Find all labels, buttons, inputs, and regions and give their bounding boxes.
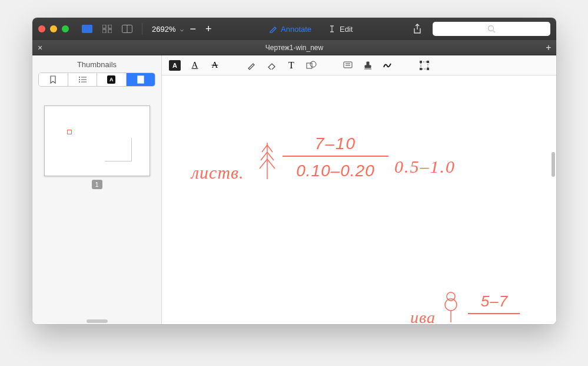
edit-mode-button[interactable]: Edit bbox=[322, 23, 358, 35]
vertical-scrollbar[interactable] bbox=[552, 152, 555, 177]
svg-line-9 bbox=[493, 31, 495, 32]
signature-tool[interactable] bbox=[382, 60, 394, 71]
zoom-in-button[interactable]: + bbox=[202, 24, 215, 34]
sidebar-title: Thumbnails bbox=[32, 55, 161, 72]
page-icon bbox=[137, 75, 144, 84]
tree-icon-2 bbox=[441, 291, 461, 324]
fraction-bar-2 bbox=[468, 313, 520, 314]
titlebar: 2692% ⌵ − + Annotate Edit bbox=[32, 18, 556, 40]
zoom-out-button[interactable]: − bbox=[186, 24, 200, 34]
list-icon bbox=[78, 76, 87, 83]
zoom-control: 2692% ⌵ − + bbox=[150, 24, 215, 34]
text-tool[interactable]: T bbox=[285, 60, 297, 71]
thumbnail-viewport-indicator bbox=[105, 138, 132, 161]
share-icon bbox=[413, 24, 422, 34]
tab-title[interactable]: Чертеж1-win_new bbox=[48, 44, 541, 52]
zoom-window-button[interactable] bbox=[62, 25, 69, 32]
signature-icon bbox=[383, 61, 393, 70]
sidebar-mode-outline[interactable] bbox=[68, 73, 97, 86]
stamp-icon bbox=[364, 61, 372, 70]
add-tab-button[interactable]: + bbox=[541, 42, 556, 53]
text-icon: T bbox=[288, 60, 294, 71]
svg-rect-5 bbox=[108, 29, 112, 33]
svg-point-12 bbox=[79, 79, 80, 80]
thumbnail-content-mark bbox=[67, 130, 72, 134]
tab-bar: × Чертеж1-win_new + bbox=[32, 40, 556, 55]
edit-label: Edit bbox=[340, 25, 353, 34]
note-tool[interactable] bbox=[342, 60, 354, 71]
fraction-numerator-1: 7–10 bbox=[280, 134, 391, 156]
zoom-dropdown-icon[interactable]: ⌵ bbox=[180, 26, 184, 32]
text-cursor-icon bbox=[328, 25, 336, 33]
svg-rect-16 bbox=[138, 76, 144, 83]
svg-rect-25 bbox=[420, 68, 422, 70]
main-area: A A A T bbox=[162, 55, 556, 324]
pen-icon bbox=[247, 61, 256, 70]
sidebar-toggle-button[interactable] bbox=[79, 22, 95, 35]
sidebar-mode-segmented: A bbox=[38, 72, 155, 87]
svg-rect-19 bbox=[344, 62, 352, 68]
annotation-label-1: листв. bbox=[191, 163, 244, 183]
eraser-icon bbox=[266, 61, 277, 70]
app-window: 2692% ⌵ − + Annotate Edit × Чертеж1-win_… bbox=[32, 18, 556, 324]
highlight-tool[interactable]: A bbox=[169, 60, 181, 71]
svg-rect-2 bbox=[102, 25, 106, 28]
underline-icon: A bbox=[192, 60, 198, 70]
body: Thumbnails A 1 bbox=[32, 55, 556, 324]
annotation-label-2: ива bbox=[410, 308, 436, 324]
sidebar: Thumbnails A 1 bbox=[32, 55, 162, 324]
search-input[interactable] bbox=[433, 22, 550, 36]
annotation-fraction-2: 5–7 bbox=[468, 292, 521, 314]
document-canvas[interactable]: листв. 7–10 0.10–0.20 0 bbox=[162, 75, 556, 324]
close-tab-button[interactable]: × bbox=[32, 43, 48, 52]
bookmark-icon bbox=[49, 75, 57, 84]
sidebar-mode-bookmarks[interactable] bbox=[39, 73, 68, 86]
svg-rect-26 bbox=[427, 68, 429, 70]
page-thumbnail[interactable] bbox=[44, 105, 150, 176]
window-controls bbox=[38, 25, 69, 32]
zoom-value[interactable]: 2692% bbox=[150, 25, 178, 34]
thumbnail-page-number: 1 bbox=[92, 180, 102, 189]
fraction-denominator-1: 0.10–0.20 bbox=[280, 157, 391, 180]
annotations-icon: A bbox=[107, 75, 115, 84]
fraction-numerator-2: 5–7 bbox=[468, 292, 521, 313]
stamp-tool[interactable] bbox=[362, 60, 374, 71]
shape-icon bbox=[306, 61, 317, 70]
strikethrough-tool[interactable]: A bbox=[209, 60, 221, 71]
note-icon bbox=[343, 61, 353, 70]
select-tool[interactable] bbox=[418, 60, 430, 71]
svg-rect-4 bbox=[102, 29, 106, 33]
share-button[interactable] bbox=[413, 24, 422, 34]
drawing-content: листв. 7–10 0.10–0.20 0 bbox=[162, 75, 556, 324]
eraser-tool[interactable] bbox=[265, 60, 277, 71]
sidebar-mode-annotations[interactable]: A bbox=[97, 73, 126, 86]
sidebar-resize-handle[interactable] bbox=[87, 319, 108, 323]
shape-tool[interactable] bbox=[305, 60, 317, 71]
svg-point-14 bbox=[79, 81, 80, 83]
svg-point-8 bbox=[489, 26, 494, 31]
pencil-icon bbox=[269, 25, 277, 33]
annotation-toolbar: A A A T bbox=[162, 55, 556, 75]
search-icon bbox=[487, 25, 496, 33]
svg-rect-24 bbox=[427, 61, 429, 63]
svg-rect-23 bbox=[420, 61, 422, 63]
two-page-view-button[interactable] bbox=[119, 22, 135, 35]
tree-icon-1 bbox=[256, 140, 278, 180]
annotate-label: Annotate bbox=[281, 25, 311, 34]
minimize-window-button[interactable] bbox=[50, 25, 57, 32]
thumbnail-list: 1 bbox=[32, 94, 161, 201]
close-window-button[interactable] bbox=[38, 25, 45, 32]
selection-icon bbox=[420, 61, 429, 70]
svg-rect-1 bbox=[82, 25, 86, 33]
svg-point-18 bbox=[310, 61, 316, 67]
pen-tool[interactable] bbox=[245, 60, 257, 71]
strikethrough-icon: A bbox=[212, 60, 218, 70]
underline-tool[interactable]: A bbox=[189, 60, 201, 71]
svg-rect-3 bbox=[108, 25, 112, 28]
grid-view-button[interactable] bbox=[99, 22, 115, 35]
annotation-value-1: 0.5–1.0 bbox=[394, 157, 456, 177]
annotate-mode-button[interactable]: Annotate bbox=[263, 23, 317, 35]
sidebar-mode-thumbnails[interactable] bbox=[126, 73, 155, 86]
highlight-icon: A bbox=[169, 60, 181, 71]
svg-point-10 bbox=[79, 77, 80, 78]
